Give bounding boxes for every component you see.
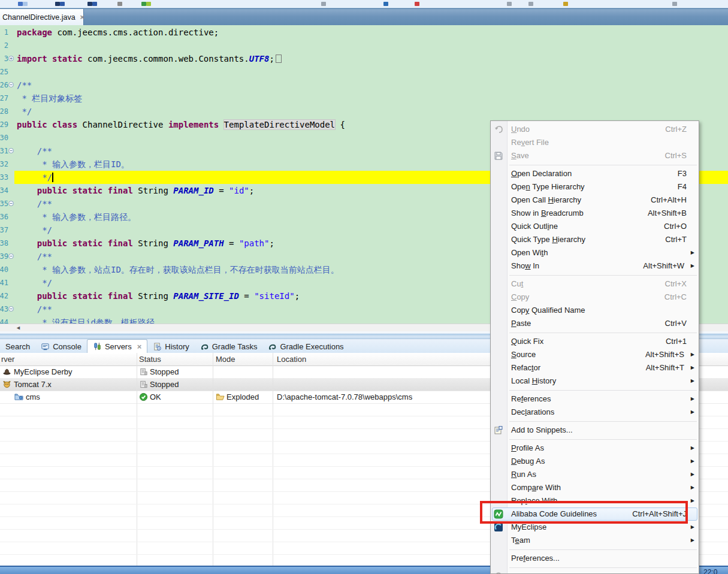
menu-item-label: Revert File [511,136,549,149]
menu-item-undo[interactable]: UndoCtrl+Z [491,123,699,136]
menu-separator [491,419,699,424]
fold-collapse-icon[interactable]: − [8,148,14,153]
code-segment: String [133,291,173,301]
code-segment: "path" [239,238,270,248]
menu-item-local-history[interactable]: Local History▶ [491,374,699,388]
menu-item-add-to-snippets[interactable]: Add to Snippets... [491,424,699,437]
code-segment: * 没有栏目id参数，模板路径 [17,318,155,324]
tab-close-icon[interactable]: × [80,13,85,22]
tab-close-icon[interactable]: × [137,342,142,351]
menu-item-label: Refactor [511,361,540,374]
code-segment: ChannelDirective [77,120,168,129]
menu-shortcut: Ctrl+S [665,149,687,162]
tab-search[interactable]: Search [0,339,35,354]
menu-item-show-in[interactable]: Show InAlt+Shift+W▶ [491,259,699,273]
code-segment: com.jeecms.cms.action.directive; [52,28,219,37]
toolbar-icon-fragment [60,2,65,6]
menu-item-open-call-hierarchy[interactable]: Open Call HierarchyCtrl+Alt+H [491,194,699,207]
menu-item-copy[interactable]: CopyCtrl+C [491,291,699,304]
code-line-text: /** [17,250,52,263]
line-number: 40 [0,263,8,276]
code-line-text: public static final String PARAM_SITE_ID… [17,289,300,303]
menu-item-preferences[interactable]: Preferences... [491,552,699,565]
mode-text: Exploded [226,391,259,403]
submenu-arrow-icon: ▶ [691,246,694,259]
tab-channeldirective-java[interactable]: ChannelDirective.java × [0,9,84,25]
line-number: 29 [0,118,8,131]
server-name: MyEclipse Derby [14,365,73,378]
menu-shortcut: Ctrl+C [664,291,687,304]
menu-item-save[interactable]: SaveCtrl+S [491,149,699,162]
menu-shortcut: Ctrl+X [665,277,687,291]
menu-item-cut[interactable]: CutCtrl+X [491,277,699,291]
menu-item-label: Compare With [511,481,561,494]
line-number: 33 [0,171,8,184]
server-name: cms [26,391,40,403]
menu-item-label: Quick Type Hierarchy [511,233,585,246]
table-column-line [273,353,273,566]
tab-servers[interactable]: Servers× [87,339,147,354]
menu-item-team[interactable]: Team▶ [491,534,699,547]
occurrence-highlight: TemplateDirectiveModel [224,120,335,129]
code-line-28[interactable]: 28 */ [0,105,728,118]
fold-collapse-icon[interactable]: − [8,253,14,259]
tab-label: Search [5,342,30,351]
code-segment: public static final [37,238,133,248]
column-header-status[interactable]: Status [139,353,161,365]
code-line-26[interactable]: 26−/** [0,78,728,92]
menu-item-copy-qualified-name[interactable]: Copy Qualified Name [491,304,699,317]
menu-item-quick-outline[interactable]: Quick OutlineCtrl+O [491,220,699,233]
menu-item-revert-file[interactable]: Revert File [491,136,699,149]
menu-item-show-in-breadcrumb[interactable]: Show in BreadcrumbAlt+Shift+B [491,207,699,220]
menu-item-remove-from-context[interactable]: Remove from ContextCtrl+Alt+Shift+D [491,570,699,574]
red-highlight-annotation [480,501,688,524]
myeclipse-icon [494,522,503,532]
code-segment: String [133,186,173,195]
code-line-text: */ [17,105,32,118]
menu-item-open-declaration[interactable]: Open DeclarationF3 [491,167,699,180]
tab-gradle-tasks[interactable]: Gradle Tasks [195,339,263,354]
fold-expand-icon[interactable]: + [8,56,14,61]
code-line-text: /** [17,78,32,92]
menu-item-references[interactable]: References▶ [491,392,699,406]
code-segment: /** [17,146,52,156]
code-line-25[interactable]: 25 [0,65,728,78]
menu-item-open-with[interactable]: Open With▶ [491,246,699,259]
fold-collapse-icon[interactable]: − [8,82,14,87]
tab-gradle-executions[interactable]: Gradle Executions [262,339,349,354]
tab-console[interactable]: Console [35,339,87,354]
code-line-2[interactable]: 2 [0,39,728,52]
code-line-3[interactable]: 3+import static com.jeecms.common.web.Co… [0,52,728,65]
menu-item-label: References [511,392,551,406]
menu-item-label: Copy Qualified Name [511,304,585,317]
column-header-mode[interactable]: Mode [216,353,235,365]
tab-history[interactable]: History [147,339,194,354]
code-segment: * 输入参数，栏目ID。 [17,159,129,169]
code-line-1[interactable]: 1package com.jeecms.cms.action.directive… [0,26,728,39]
fold-collapse-icon[interactable]: − [8,201,14,206]
menu-item-source[interactable]: SourceAlt+Shift+S▶ [491,348,699,361]
menu-item-debug-as[interactable]: Debug As▶ [491,455,699,468]
menu-item-run-as[interactable]: Run As▶ [491,468,699,481]
menu-item-label: Open Call Hierarchy [511,194,581,207]
menu-item-quick-fix[interactable]: Quick FixCtrl+1 [491,335,699,348]
menu-item-profile-as[interactable]: Profile As▶ [491,442,699,455]
code-segment: ; [269,54,274,64]
column-header-rver[interactable]: rver [1,353,14,365]
line-number: 39 [0,250,8,263]
text-cursor [52,173,53,182]
menu-item-compare-with[interactable]: Compare With▶ [491,481,699,494]
remove-context-icon [494,572,503,574]
menu-item-open-type-hierarchy[interactable]: Open Type HierarchyF4 [491,180,699,194]
fold-collapse-icon[interactable]: − [8,306,14,312]
menu-item-declarations[interactable]: Declarations▶ [491,406,699,419]
toolbar-icon-fragment [55,2,60,6]
code-line-27[interactable]: 27 * 栏目对象标签 [0,92,728,105]
menu-item-refactor[interactable]: RefactorAlt+Shift+T▶ [491,361,699,374]
column-header-location[interactable]: Location [277,353,306,365]
menu-item-quick-type-hierarchy[interactable]: Quick Type HierarchyCtrl+T [491,233,699,246]
toolbar-icon-fragment [18,2,23,6]
line-number: 38 [0,237,8,250]
menu-separator [491,437,699,442]
menu-item-paste[interactable]: PasteCtrl+V [491,317,699,330]
